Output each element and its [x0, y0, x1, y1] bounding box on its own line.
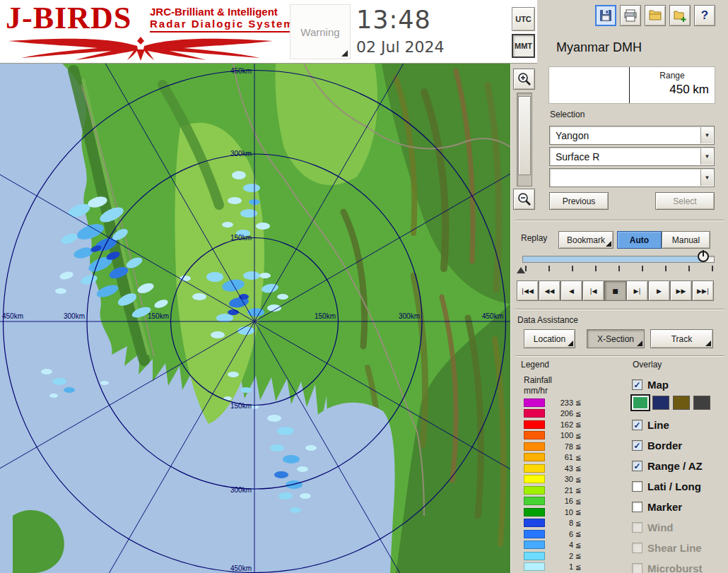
- map-color-swatch[interactable]: [673, 396, 690, 410]
- zoom-slider-track[interactable]: [517, 93, 532, 187]
- legend-row: 43≦: [524, 463, 623, 474]
- overlay-item-border[interactable]: ✓Border: [632, 435, 703, 456]
- print-button[interactable]: [620, 5, 641, 26]
- playback-play-button[interactable]: ▶: [648, 280, 670, 301]
- legend-value: 16: [548, 497, 573, 505]
- mmt-toggle-button[interactable]: MMT: [512, 34, 535, 58]
- ring-label: 450km: [482, 312, 503, 320]
- import-data-button[interactable]: [669, 5, 691, 26]
- legend-unit-line2: mm/hr: [524, 386, 548, 396]
- playback-jump-start-button[interactable]: |◀◀: [517, 280, 539, 301]
- range-value: 450 km: [633, 83, 709, 97]
- legend-row: 30≦: [524, 474, 623, 485]
- product-select[interactable]: Surface R ▼: [549, 147, 715, 166]
- site-select[interactable]: Yangon ▼: [549, 126, 715, 145]
- less-equal-sign: ≦: [575, 552, 581, 560]
- legend-color-swatch: [524, 562, 545, 571]
- radar-map-area[interactable]: 450km 300km 150km 150km 300km 450km 450k…: [0, 64, 510, 573]
- checkbox: [632, 543, 642, 553]
- less-equal-sign: ≦: [575, 464, 581, 472]
- overlay-item-lati-long[interactable]: Lati / Long: [632, 476, 703, 497]
- playback-fast-forward-button[interactable]: ▶▶: [670, 280, 692, 301]
- timeline-tick: [665, 266, 667, 271]
- range-info-box: Range 450 km: [548, 66, 715, 104]
- map-color-swatch[interactable]: [652, 396, 669, 410]
- timeline-track[interactable]: [522, 256, 715, 263]
- legend-row: 21≦: [524, 485, 623, 496]
- timeline-fill: [523, 256, 705, 262]
- clock-time: 13:48: [356, 6, 431, 34]
- map-color-swatch[interactable]: [693, 396, 710, 410]
- header-bar: J-BIRDS JRC-Brilliant & Intelligent Rada…: [0, 0, 537, 64]
- ring-label: 150km: [230, 402, 252, 410]
- ring-label: 450km: [2, 312, 23, 320]
- overlay-item-label: Lati / Long: [647, 480, 701, 492]
- zoom-slider-thumb[interactable]: [518, 96, 531, 175]
- warning-button[interactable]: Warning: [290, 4, 351, 59]
- legend-row: 233≦: [524, 397, 623, 408]
- less-equal-sign: ≦: [575, 541, 581, 549]
- legend-color-swatch: [524, 442, 545, 451]
- legend-color-swatch: [524, 475, 545, 483]
- location-button[interactable]: Location: [524, 329, 575, 348]
- legend-scale: 233≦206≦162≦100≦78≦61≦43≦30≦21≦16≦10≦8≦6…: [524, 397, 623, 572]
- legend-value: 30: [548, 475, 573, 483]
- playback-prev-frame-button[interactable]: |◀: [582, 280, 604, 301]
- checkbox[interactable]: ✓: [632, 420, 642, 430]
- legend-value: 8: [548, 519, 573, 527]
- legend-row: 61≦: [524, 452, 623, 463]
- less-equal-sign: ≦: [575, 454, 581, 461]
- legend-value: 21: [548, 486, 573, 495]
- playback-stop-button[interactable]: ■: [604, 280, 626, 301]
- checkbox[interactable]: ✓: [632, 379, 642, 390]
- selection-label: Selection: [550, 110, 585, 119]
- overlay-item-label: Border: [647, 439, 682, 451]
- playback-rewind-button[interactable]: ◀◀: [539, 280, 560, 301]
- extra-select[interactable]: ▼: [549, 168, 715, 187]
- less-equal-sign: ≦: [575, 442, 581, 450]
- save-button[interactable]: [595, 5, 616, 26]
- auto-mode-button[interactable]: Auto: [617, 231, 662, 249]
- overlay-item-map[interactable]: ✓ Map: [632, 374, 669, 395]
- playback-step-back-button[interactable]: ◀: [560, 280, 582, 301]
- manual-mode-button[interactable]: Manual: [662, 231, 710, 249]
- legend-color-swatch: [524, 497, 545, 505]
- legend-color-swatch: [524, 540, 545, 549]
- checkbox[interactable]: ✓: [632, 461, 642, 471]
- playback-jump-end-button[interactable]: ▶▶|: [692, 280, 714, 301]
- divider: [515, 220, 724, 221]
- overlay-item-marker[interactable]: Marker: [632, 497, 703, 517]
- overlay-item-label: Wind: [647, 521, 674, 533]
- legend-value: 100: [548, 431, 573, 439]
- less-equal-sign: ≦: [575, 410, 581, 418]
- chevron-down-icon[interactable]: ▼: [700, 148, 713, 165]
- zoom-in-button[interactable]: [513, 69, 535, 90]
- overlay-item-label: Marker: [647, 501, 682, 513]
- bookmark-button[interactable]: Bookmark: [558, 231, 613, 249]
- legend-row: 78≦: [524, 441, 623, 452]
- x-section-button[interactable]: X-Section: [587, 329, 645, 348]
- open-file-button[interactable]: [645, 5, 666, 26]
- map-color-swatch[interactable]: [632, 396, 649, 410]
- help-button[interactable]: ?: [694, 5, 715, 26]
- previous-button[interactable]: Previous: [549, 192, 609, 210]
- utc-toggle-button[interactable]: UTC: [512, 7, 535, 31]
- checkbox[interactable]: ✓: [632, 440, 642, 451]
- zoom-out-button[interactable]: [513, 189, 535, 210]
- legend-value: 2: [548, 552, 573, 560]
- overlay-item-shear-line: Shear Line: [632, 538, 703, 558]
- clock-date: 02 Jul 2024: [356, 38, 445, 56]
- less-equal-sign: ≦: [575, 497, 581, 505]
- overlay-item-line[interactable]: ✓Line: [632, 415, 703, 435]
- playback-next-frame-button[interactable]: ▶|: [626, 280, 648, 301]
- overlay-label: Overlay: [633, 360, 662, 370]
- timeline-tick: [712, 266, 713, 271]
- timeline-handle[interactable]: [698, 251, 709, 262]
- legend-value: 10: [548, 508, 573, 516]
- checkbox[interactable]: [632, 502, 642, 512]
- chevron-down-icon[interactable]: ▼: [700, 170, 713, 186]
- chevron-down-icon[interactable]: ▼: [700, 127, 713, 143]
- track-button[interactable]: Track: [650, 329, 713, 348]
- overlay-item-range-az[interactable]: ✓Range / AZ: [632, 456, 703, 476]
- checkbox[interactable]: [632, 481, 642, 492]
